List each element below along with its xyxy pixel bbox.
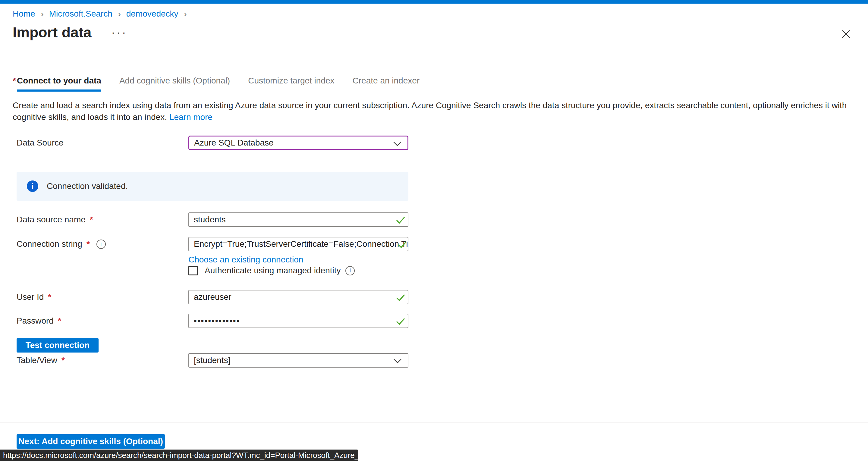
learn-more-link[interactable]: Learn more: [169, 113, 213, 122]
page-title: Import data: [13, 24, 91, 41]
user-id-row: User Id * azureuser: [17, 290, 408, 304]
chevron-right-icon: ›: [118, 10, 121, 18]
required-asterisk: *: [48, 292, 51, 302]
valid-check-icon: [396, 294, 405, 302]
connect-form: Data Source Azure SQL Database i Connect…: [13, 135, 435, 395]
password-row: Password * •••••••••••••: [17, 314, 408, 328]
connection-string-label: Connection string * i: [17, 239, 188, 249]
connection-string-input[interactable]: Encrypt=True;TrustServerCertificate=Fals…: [188, 237, 408, 251]
page-header: Import data ···: [13, 24, 127, 41]
data-source-value: Azure SQL Database: [194, 138, 274, 148]
import-data-page: Home › Microsoft.Search › demovedecky › …: [0, 0, 868, 461]
breadcrumb-microsoft-search-link[interactable]: Microsoft.Search: [49, 9, 113, 19]
breadcrumb: Home › Microsoft.Search › demovedecky ›: [13, 9, 187, 19]
data-source-label: Data Source: [17, 138, 188, 148]
close-icon: [841, 30, 850, 38]
tab-label: Add cognitive skills (Optional): [119, 76, 230, 85]
field-label: User Id: [17, 292, 44, 302]
link-preview-status-bar: https://docs.microsoft.com/azure/search/…: [0, 450, 358, 461]
intro-description: Create and load a search index using dat…: [13, 101, 846, 122]
managed-identity-label: Authenticate using managed identity: [205, 266, 341, 275]
connection-validated-banner: i Connection validated.: [17, 172, 408, 201]
tab-connect-to-your-data[interactable]: *Connect to your data: [13, 76, 101, 92]
user-id-input[interactable]: azureuser: [188, 290, 408, 304]
valid-check-icon: [398, 241, 407, 249]
valid-check-icon: [396, 317, 405, 326]
tab-create-an-indexer[interactable]: Create an indexer: [352, 76, 420, 86]
test-connection-button[interactable]: Test connection: [17, 338, 98, 352]
breadcrumb-demovedecky-link[interactable]: demovedecky: [126, 9, 179, 19]
required-asterisk: *: [58, 316, 61, 326]
field-label: Data source name: [17, 215, 86, 224]
table-view-label: Table/View *: [17, 356, 188, 365]
valid-check-icon: [396, 216, 405, 224]
banner-message: Connection validated.: [47, 181, 128, 191]
close-button[interactable]: [841, 29, 851, 39]
chevron-right-icon: ›: [184, 10, 187, 18]
required-asterisk: *: [87, 239, 90, 249]
data-source-name-label: Data source name *: [17, 215, 188, 224]
required-asterisk: *: [13, 76, 16, 85]
info-tooltip-icon[interactable]: i: [345, 266, 355, 275]
field-label: Password: [17, 316, 54, 326]
tab-label: Customize target index: [248, 76, 334, 85]
chevron-down-icon: [393, 141, 401, 146]
tab-label: Create an indexer: [352, 76, 420, 85]
input-value: Encrypt=True;TrustServerCertificate=Fals…: [194, 239, 408, 249]
choose-existing-connection-link[interactable]: Choose an existing connection: [188, 255, 303, 265]
managed-identity-row: Authenticate using managed identity i: [188, 266, 355, 275]
input-value: •••••••••••••: [194, 316, 240, 326]
azure-top-bar: [0, 0, 868, 4]
data-source-name-input[interactable]: students: [188, 212, 408, 227]
table-view-value: [students]: [194, 356, 230, 365]
password-input[interactable]: •••••••••••••: [188, 314, 408, 328]
field-label: Data Source: [17, 138, 64, 148]
field-label: Table/View: [17, 356, 57, 365]
chevron-right-icon: ›: [41, 10, 44, 18]
connection-string-row: Connection string * i Encrypt=True;Trust…: [17, 237, 408, 251]
field-label: Connection string: [17, 239, 82, 249]
more-options-button[interactable]: ···: [111, 30, 127, 36]
input-value: azureuser: [194, 292, 231, 302]
breadcrumb-home-link[interactable]: Home: [13, 9, 35, 19]
next-add-cognitive-skills-button[interactable]: Next: Add cognitive skills (Optional): [17, 434, 165, 449]
data-source-name-row: Data source name * students: [17, 212, 408, 227]
data-source-dropdown[interactable]: Azure SQL Database: [188, 135, 408, 150]
required-asterisk: *: [90, 215, 93, 224]
status-bar-url: https://docs.microsoft.com/azure/search/…: [3, 451, 384, 460]
password-label: Password *: [17, 316, 188, 326]
tab-label: Connect to your data: [17, 76, 101, 92]
intro-text: Create and load a search index using dat…: [13, 99, 857, 123]
tab-add-cognitive-skills[interactable]: Add cognitive skills (Optional): [119, 76, 230, 86]
chevron-down-icon: [393, 359, 402, 363]
wizard-tabs: *Connect to your data Add cognitive skil…: [13, 76, 420, 92]
required-asterisk: *: [61, 356, 65, 365]
user-id-label: User Id *: [17, 292, 188, 302]
table-view-row: Table/View * [students]: [17, 353, 408, 368]
info-icon: i: [27, 181, 38, 192]
tab-customize-target-index[interactable]: Customize target index: [248, 76, 334, 86]
footer-divider: [0, 422, 868, 423]
info-tooltip-icon[interactable]: i: [96, 240, 106, 249]
input-value: students: [194, 215, 226, 224]
data-source-row: Data Source Azure SQL Database: [17, 135, 408, 150]
table-view-dropdown[interactable]: [students]: [188, 353, 408, 368]
managed-identity-checkbox[interactable]: [188, 266, 198, 275]
